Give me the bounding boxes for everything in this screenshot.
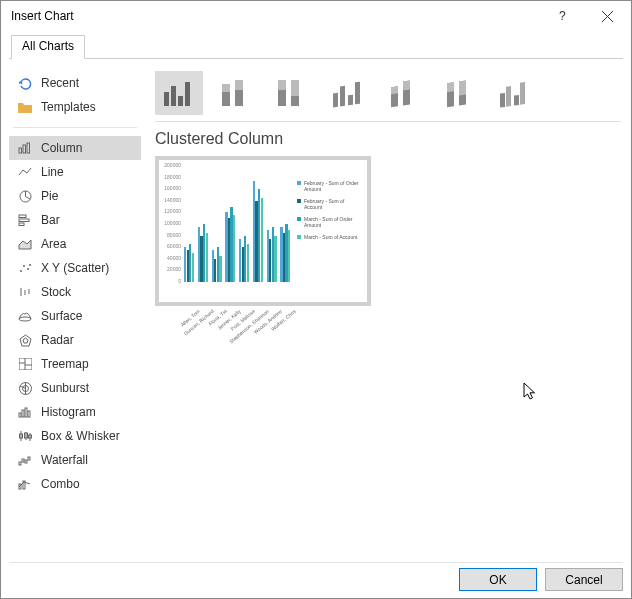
ok-button[interactable]: OK bbox=[459, 568, 537, 591]
svg-rect-3 bbox=[19, 148, 22, 153]
svg-rect-66 bbox=[403, 80, 410, 90]
chart-type-icon bbox=[15, 476, 35, 492]
subtype-5[interactable] bbox=[435, 71, 483, 115]
sidebar-item-waterfall[interactable]: Waterfall bbox=[9, 448, 141, 472]
legend-item: February - Sum of Account bbox=[297, 198, 363, 210]
sidebar-item-templates[interactable]: Templates bbox=[9, 95, 141, 119]
svg-marker-12 bbox=[19, 240, 31, 249]
chart-type-icon bbox=[15, 452, 35, 468]
dialog-insert-chart: Insert Chart ? All Charts Recent Templat… bbox=[0, 0, 632, 599]
svg-point-16 bbox=[29, 264, 31, 266]
chart-type-icon bbox=[15, 380, 35, 396]
chart-type-icon bbox=[15, 404, 35, 420]
svg-rect-50 bbox=[185, 82, 190, 106]
svg-rect-71 bbox=[500, 93, 505, 108]
svg-point-14 bbox=[23, 265, 25, 267]
svg-rect-5 bbox=[27, 143, 30, 153]
svg-rect-47 bbox=[164, 92, 169, 106]
sidebar-item-histogram[interactable]: Histogram bbox=[9, 400, 141, 424]
chart-legend: February - Sum of Order AmountFebruary -… bbox=[297, 180, 363, 246]
svg-line-8 bbox=[25, 196, 30, 199]
sidebar-item-area[interactable]: Area bbox=[9, 232, 141, 256]
sidebar-item-stock[interactable]: Stock bbox=[9, 280, 141, 304]
sidebar-item-surface[interactable]: Surface bbox=[9, 304, 141, 328]
svg-rect-60 bbox=[340, 86, 345, 107]
chart-category-list: Recent Templates ColumnLinePieBarAreaX Y… bbox=[9, 63, 141, 556]
chart-type-icon bbox=[15, 236, 35, 252]
sidebar-item-box-whisker[interactable]: Box & Whisker bbox=[9, 424, 141, 448]
svg-rect-58 bbox=[291, 80, 299, 96]
chart-type-icon bbox=[15, 284, 35, 300]
svg-rect-33 bbox=[25, 408, 27, 417]
svg-rect-9 bbox=[19, 215, 26, 218]
templates-icon bbox=[15, 99, 35, 115]
svg-rect-31 bbox=[19, 413, 21, 417]
chart-preview[interactable]: 0200004000060000800001000001200001400001… bbox=[155, 156, 371, 306]
svg-text:?: ? bbox=[559, 10, 566, 22]
chart-type-icon bbox=[15, 188, 35, 204]
chart-type-icon bbox=[15, 140, 35, 156]
subtype-1[interactable] bbox=[211, 71, 259, 115]
sidebar-item-recent[interactable]: Recent bbox=[9, 71, 141, 95]
svg-marker-22 bbox=[23, 338, 28, 343]
recent-icon bbox=[15, 75, 35, 91]
cancel-button[interactable]: Cancel bbox=[545, 568, 623, 591]
close-button[interactable] bbox=[585, 2, 629, 31]
svg-point-13 bbox=[20, 270, 22, 272]
svg-rect-11 bbox=[19, 223, 24, 226]
svg-rect-10 bbox=[19, 219, 29, 222]
svg-rect-54 bbox=[235, 80, 243, 90]
svg-rect-34 bbox=[28, 411, 30, 417]
subtype-0[interactable] bbox=[155, 71, 203, 115]
svg-rect-56 bbox=[278, 80, 286, 90]
dialog-title: Insert Chart bbox=[11, 9, 541, 23]
title-bar: Insert Chart ? bbox=[1, 1, 631, 31]
svg-point-20 bbox=[19, 317, 31, 321]
svg-rect-68 bbox=[447, 82, 454, 92]
subtype-6[interactable] bbox=[491, 71, 539, 115]
svg-rect-48 bbox=[171, 86, 176, 106]
tab-strip: All Charts bbox=[9, 35, 623, 59]
sidebar-item-pie[interactable]: Pie bbox=[9, 184, 141, 208]
sidebar-item-line[interactable]: Line bbox=[9, 160, 141, 184]
sidebar-item-combo[interactable]: Combo bbox=[9, 472, 141, 496]
tab-all-charts[interactable]: All Charts bbox=[11, 35, 85, 59]
sidebar-item-treemap[interactable]: Treemap bbox=[9, 352, 141, 376]
svg-rect-49 bbox=[178, 96, 183, 106]
svg-rect-62 bbox=[355, 82, 360, 105]
subtype-row bbox=[155, 71, 623, 115]
svg-rect-59 bbox=[333, 93, 338, 108]
svg-point-15 bbox=[27, 268, 29, 270]
svg-rect-74 bbox=[520, 82, 525, 105]
sidebar-item-x-y-scatter-[interactable]: X Y (Scatter) bbox=[9, 256, 141, 280]
sidebar-item-bar[interactable]: Bar bbox=[9, 208, 141, 232]
sidebar-item-column[interactable]: Column bbox=[9, 136, 141, 160]
svg-rect-43 bbox=[25, 460, 27, 463]
help-button[interactable]: ? bbox=[541, 2, 585, 31]
sidebar-item-sunburst[interactable]: Sunburst bbox=[9, 376, 141, 400]
svg-rect-72 bbox=[506, 86, 511, 107]
chart-detail-pane: Clustered Column 02000040000600008000010… bbox=[141, 63, 623, 556]
subtype-3[interactable] bbox=[323, 71, 371, 115]
svg-rect-42 bbox=[22, 459, 24, 462]
svg-rect-44 bbox=[28, 457, 30, 460]
svg-rect-64 bbox=[391, 86, 398, 94]
svg-marker-21 bbox=[20, 335, 31, 346]
svg-rect-70 bbox=[459, 80, 466, 95]
legend-item: March - Sum of Order Amount bbox=[297, 216, 363, 228]
chart-type-icon bbox=[15, 164, 35, 180]
svg-rect-73 bbox=[514, 95, 519, 106]
svg-rect-4 bbox=[23, 145, 26, 153]
chart-type-icon bbox=[15, 260, 35, 276]
chart-type-icon bbox=[15, 332, 35, 348]
chart-type-icon bbox=[15, 356, 35, 372]
selected-chart-name: Clustered Column bbox=[155, 130, 623, 148]
subtype-2[interactable] bbox=[267, 71, 315, 115]
subtype-4[interactable] bbox=[379, 71, 427, 115]
legend-item: February - Sum of Order Amount bbox=[297, 180, 363, 192]
sidebar-item-radar[interactable]: Radar bbox=[9, 328, 141, 352]
svg-rect-61 bbox=[348, 95, 353, 106]
dialog-footer: OK Cancel bbox=[9, 562, 623, 590]
svg-rect-52 bbox=[222, 84, 230, 92]
legend-item: March - Sum of Account bbox=[297, 234, 363, 240]
